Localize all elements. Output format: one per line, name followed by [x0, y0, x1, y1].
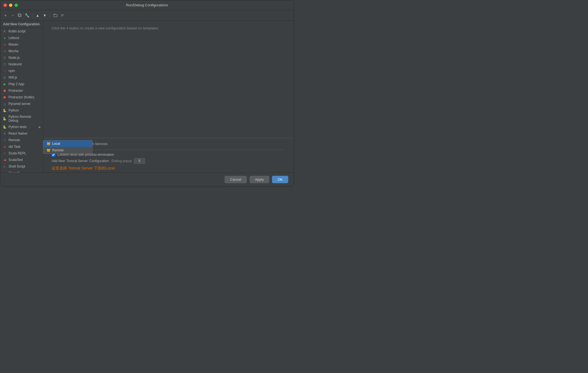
label-python-remote: Python Remote Debug [9, 115, 41, 123]
sidebar-header: Add New Configuration [0, 21, 43, 28]
icon-nodejs: ⬡ [2, 55, 7, 60]
sidebar-item-python[interactable]: 🐍Python [0, 107, 43, 114]
icon-scala-repl: □ [2, 151, 7, 155]
label-protractor-kotlin: Protractor (Kotlin) [9, 95, 41, 99]
sidebar-item-protractor-kotlin[interactable]: ⬟Protractor (Kotlin) [0, 94, 43, 101]
sidebar-item-python-tests[interactable]: 🐍Python tests▶ [0, 124, 43, 130]
sort-button[interactable] [60, 12, 66, 18]
label-python-tests: Python tests [9, 125, 37, 129]
annotation-text: 这里选择 Tomcat Server 下面的Local [52, 166, 285, 171]
icon-python-remote: 🐍 [2, 116, 7, 121]
label-shell: Shell Script [9, 165, 41, 168]
sidebar-items-container: KKotlin script●LettucemMavenmMocha⬡Node.… [0, 28, 43, 172]
titlebar: Run/Debug Configurations [0, 0, 294, 10]
sidebar-item-maven[interactable]: mMaven [0, 41, 43, 48]
bottom-bar: Cancel Apply OK [0, 172, 294, 186]
sidebar-item-nwjs[interactable]: ◎NW.js [0, 74, 43, 81]
move-up-button[interactable]: ▲ [35, 12, 41, 18]
dropdown-item-remote-d[interactable]: 🐱 Remote [43, 147, 92, 154]
sidebar-item-npm[interactable]: □npm [0, 68, 43, 74]
placeholder-rest: button to create a new configuration bas… [69, 26, 158, 30]
toolbar-separator [32, 13, 32, 18]
label-react-native: React Native [9, 132, 41, 135]
icon-lettuce: ● [2, 36, 7, 40]
sidebar-item-pyramid[interactable]: △Pyramid server [0, 101, 43, 107]
label-python: Python [9, 108, 41, 112]
ok-button[interactable]: OK [272, 176, 288, 183]
icon-kotlin: K [2, 29, 7, 34]
sidebar-item-lettuce[interactable]: ●Lettuce [0, 35, 43, 41]
sidebar-item-nodeunit[interactable]: ⬡Nodeunit [0, 61, 43, 68]
run-debug-window: Run/Debug Configurations + − 🔧 ▲ ▼ [0, 0, 294, 187]
label-protractor: Protractor [9, 89, 41, 93]
label-maven: Maven [9, 43, 41, 46]
sidebar-item-protractor[interactable]: ⬟Protractor [0, 87, 43, 94]
icon-nwjs: ◎ [2, 75, 7, 80]
move-down-button[interactable]: ▼ [42, 12, 48, 18]
sidebar-item-python-remote[interactable]: 🐍Python Remote Debug [0, 114, 43, 124]
add-tomcat-label: Add New 'Tomcat Server' Configuration [52, 159, 109, 163]
arrow-icon-python-tests: ▶ [39, 126, 41, 129]
label-pyramid: Pyramid server [9, 102, 41, 106]
icon-sbt: ● [2, 144, 7, 149]
label-npm: npm [9, 69, 41, 73]
icon-protractor: ⬟ [2, 88, 7, 93]
icon-play2: ▶ [2, 82, 7, 86]
sidebar-item-shell[interactable]: ▷Shell Script [0, 163, 43, 170]
icon-shell: ▷ [2, 164, 7, 169]
minimize-button[interactable] [9, 4, 12, 7]
sidebar: Add New Configuration KKotlin script●Let… [0, 21, 43, 172]
sidebar-item-nodejs[interactable]: ⬡Node.js [0, 54, 43, 61]
icon-specs2: ◀ [2, 171, 7, 172]
close-button[interactable] [4, 4, 7, 7]
main-content: Click the + button to create a new confi… [43, 21, 294, 138]
add-config-button[interactable]: + [2, 12, 9, 18]
label-mocha: Mocha [9, 49, 41, 53]
sidebar-item-scala-repl[interactable]: □Scala REPL [0, 150, 43, 157]
icon-python: 🐍 [2, 108, 7, 113]
label-sbt: sbt Task [9, 145, 41, 149]
label-nodejs: Node.js [9, 56, 41, 60]
cancel-button[interactable]: Cancel [225, 176, 247, 183]
window-title: Run/Debug Configurations [126, 3, 168, 7]
icon-react-native: ⚛ [2, 131, 7, 136]
label-scalatest: ScalaTest [9, 158, 41, 162]
popup-label: /Debug popup [111, 159, 132, 163]
dropdown-icon-local: 🐱 [47, 142, 51, 146]
sidebar-item-sbt[interactable]: ●sbt Task [0, 143, 43, 150]
label-play2: Play 2 App [9, 82, 41, 86]
sidebar-item-remote[interactable]: □Remote [0, 137, 43, 143]
label-specs2: Specs2 [9, 171, 41, 172]
toolbar: + − 🔧 ▲ ▼ [0, 10, 294, 21]
icon-remote: □ [2, 138, 7, 142]
apply-button[interactable]: Apply [250, 176, 270, 183]
label-lettuce: Lettuce [9, 36, 41, 40]
sidebar-item-kotlin[interactable]: KKotlin script [0, 28, 43, 35]
sidebar-item-specs2[interactable]: ◀Specs2 [0, 170, 43, 172]
icon-python-tests: 🐍 [2, 125, 7, 129]
traffic-lights [4, 4, 18, 7]
sidebar-item-scalatest[interactable]: ◀ScalaTest [0, 157, 43, 163]
sidebar-item-play2[interactable]: ▶Play 2 App [0, 81, 43, 87]
label-remote: Remote [9, 138, 41, 142]
dropdown-label-local: Local [52, 142, 60, 146]
sidebar-item-mocha[interactable]: mMocha [0, 48, 43, 54]
dropdown-item-local[interactable]: 🐱 Local [43, 140, 92, 147]
icon-scalatest: ◀ [2, 158, 7, 162]
sidebar-item-react-native[interactable]: ⚛React Native [0, 130, 43, 137]
svg-rect-0 [19, 14, 21, 17]
dropdown-label-remote-d: Remote [52, 148, 64, 152]
count-input[interactable] [134, 158, 145, 164]
popup-row: Add New 'Tomcat Server' Configuration /D… [52, 158, 285, 164]
settings-button[interactable]: 🔧 [24, 12, 30, 18]
copy-config-button[interactable] [17, 12, 23, 18]
tomcat-dropdown-popup: 🐱 Local🐱 Remote [43, 140, 93, 154]
plus-icon: + [66, 26, 68, 30]
placeholder-text: Click the + button to create a new confi… [52, 26, 285, 30]
maximize-button[interactable] [15, 4, 18, 7]
remove-config-button[interactable]: − [10, 12, 16, 18]
label-scala-repl: Scala REPL [9, 151, 41, 155]
folder-button[interactable] [52, 12, 58, 18]
icon-npm: □ [2, 69, 7, 73]
icon-protractor-kotlin: ⬟ [2, 95, 7, 99]
